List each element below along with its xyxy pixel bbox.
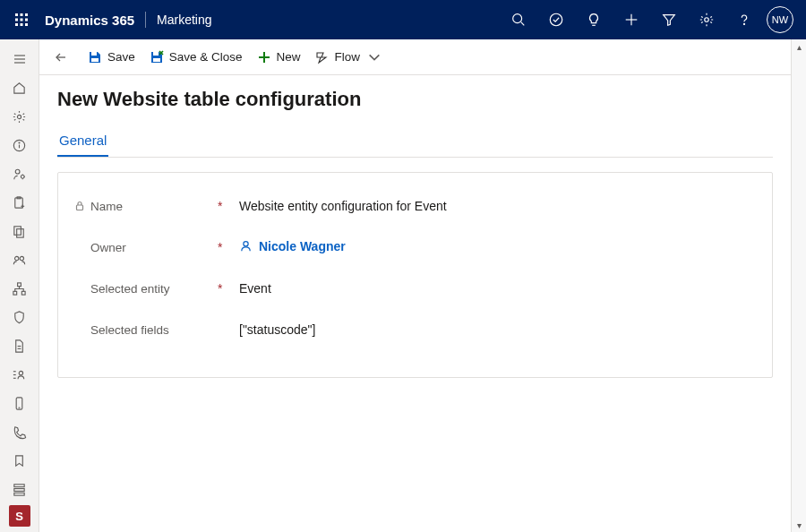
save-button[interactable]: Save — [88, 50, 135, 64]
document-icon — [12, 339, 27, 354]
filter-button[interactable] — [652, 0, 686, 39]
question-icon — [736, 12, 752, 28]
required-indicator: * — [218, 281, 239, 296]
nav-user-settings[interactable] — [0, 159, 39, 188]
svg-rect-0 — [15, 13, 18, 16]
flow-label: Flow — [335, 50, 361, 64]
svg-point-24 — [19, 142, 20, 143]
form-section-general: Name * Website entity configuration for … — [57, 172, 773, 378]
svg-rect-50 — [91, 52, 97, 56]
product-name[interactable]: Dynamics 365 — [45, 13, 134, 28]
svg-rect-1 — [21, 13, 23, 16]
nav-data[interactable] — [0, 475, 39, 503]
search-button[interactable] — [502, 0, 536, 39]
people-icon — [12, 253, 27, 268]
nav-document[interactable] — [0, 331, 39, 360]
nav-phone[interactable] — [0, 389, 39, 417]
svg-point-16 — [705, 18, 709, 22]
svg-rect-48 — [14, 493, 24, 495]
info-icon — [12, 138, 27, 153]
svg-rect-46 — [14, 484, 24, 486]
svg-rect-47 — [14, 488, 24, 491]
svg-point-26 — [21, 175, 24, 178]
svg-point-43 — [19, 371, 22, 374]
main-content: Save Save & Close New Flow New Website t… — [39, 39, 792, 532]
nav-contacts-list[interactable] — [0, 360, 39, 389]
svg-point-17 — [743, 23, 744, 24]
svg-rect-58 — [77, 205, 83, 210]
add-button[interactable] — [614, 0, 648, 39]
nav-home[interactable] — [0, 73, 39, 102]
home-icon — [12, 81, 27, 96]
selected-entity-input[interactable]: Event — [239, 281, 756, 296]
svg-rect-36 — [13, 291, 17, 295]
back-arrow-icon — [54, 50, 68, 64]
nav-clipboard[interactable] — [0, 188, 39, 217]
database-icon — [12, 482, 27, 497]
new-button[interactable]: New — [257, 50, 301, 64]
vertical-scrollbar[interactable]: ▴ ▾ — [792, 39, 806, 532]
nav-hierarchy[interactable] — [0, 274, 39, 303]
svg-rect-5 — [25, 19, 28, 21]
svg-point-33 — [14, 256, 18, 260]
user-avatar[interactable]: NW — [767, 6, 793, 33]
hamburger-icon — [13, 52, 27, 66]
waffle-icon — [14, 13, 29, 27]
tab-general[interactable]: General — [57, 127, 108, 157]
scroll-down-button[interactable]: ▾ — [792, 518, 806, 532]
svg-point-34 — [20, 256, 23, 260]
svg-rect-8 — [25, 23, 28, 26]
field-name: Name * Website entity configuration for … — [74, 185, 756, 227]
nav-settings[interactable] — [0, 102, 39, 131]
flow-button[interactable]: Flow — [315, 50, 382, 64]
form-tabs: General — [57, 127, 773, 158]
svg-rect-3 — [15, 19, 18, 21]
svg-point-9 — [513, 14, 522, 23]
nav-call[interactable] — [0, 417, 39, 446]
svg-marker-15 — [664, 15, 675, 26]
settings-button[interactable] — [690, 0, 724, 39]
person-icon — [239, 239, 253, 253]
field-selected-entity: Selected entity * Event — [74, 268, 756, 309]
global-actions: NW — [502, 0, 799, 39]
insights-button[interactable] — [577, 0, 611, 39]
svg-rect-37 — [21, 291, 25, 295]
bookmark-icon — [12, 453, 27, 468]
new-label: New — [277, 50, 301, 64]
page-title: New Website table configuration — [57, 88, 773, 111]
lightbulb-icon — [586, 12, 602, 28]
clipboard-icon — [12, 195, 27, 210]
svg-point-59 — [244, 242, 248, 246]
help-button[interactable] — [727, 0, 761, 39]
svg-line-10 — [521, 22, 525, 26]
form-content: New Website table configuration General … — [39, 75, 791, 532]
selected-fields-input[interactable]: ["statuscode"] — [239, 322, 756, 337]
owner-lookup[interactable]: Nicole Wagner — [239, 239, 346, 253]
owner-value: Nicole Wagner — [259, 239, 346, 253]
name-input[interactable]: Website entity configuration for Event — [239, 199, 756, 213]
svg-rect-4 — [21, 19, 23, 21]
back-button[interactable] — [48, 45, 73, 70]
nav-info[interactable] — [0, 131, 39, 159]
sitemap-toggle[interactable] — [0, 45, 39, 73]
task-button[interactable] — [539, 0, 573, 39]
field-owner: Owner * Nicole Wagner — [74, 227, 756, 268]
svg-rect-52 — [153, 52, 159, 56]
app-switcher-tile[interactable]: S — [9, 505, 30, 527]
nav-security[interactable] — [0, 303, 39, 331]
hierarchy-icon — [12, 281, 27, 296]
scroll-up-button[interactable]: ▴ — [792, 39, 806, 54]
name-label: Name — [90, 200, 123, 213]
selected-fields-label: Selected fields — [90, 323, 169, 337]
area-name[interactable]: Marketing — [157, 13, 211, 27]
check-circle-icon — [548, 12, 564, 28]
save-close-button[interactable]: Save & Close — [150, 50, 243, 64]
shield-icon — [12, 310, 27, 325]
required-indicator: * — [218, 199, 239, 213]
nav-bookmark[interactable] — [0, 446, 39, 475]
app-launcher-button[interactable] — [7, 5, 36, 34]
svg-rect-51 — [91, 58, 99, 62]
nav-copy[interactable] — [0, 217, 39, 245]
nav-team[interactable] — [0, 245, 39, 274]
svg-rect-2 — [25, 13, 28, 16]
